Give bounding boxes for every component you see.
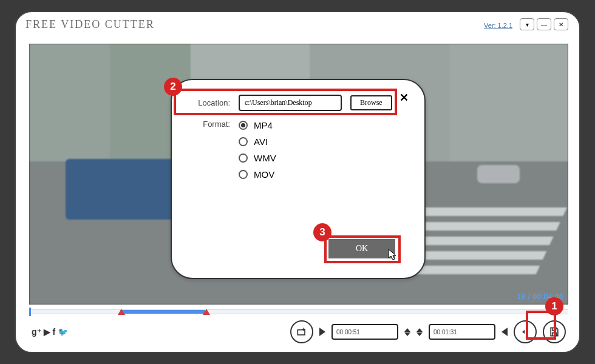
play-forward-icon[interactable] — [319, 328, 325, 336]
end-time-input[interactable]: 00:01:31 — [429, 324, 495, 340]
add-clip-icon — [296, 326, 308, 338]
save-icon — [548, 326, 560, 338]
app-window: FREE VIDEO CUTTER Ver: 1.2.1 ▾ — ✕ 18 / … — [15, 11, 580, 353]
twitter-icon[interactable]: 🐦 — [58, 327, 68, 337]
start-time-stepper[interactable] — [404, 328, 410, 336]
format-option-avi[interactable]: AVI — [239, 136, 406, 147]
format-option-mov[interactable]: MOV — [239, 169, 406, 180]
callout-badge-3: 3 — [313, 223, 332, 241]
add-video-button[interactable] — [290, 320, 313, 343]
start-time-input[interactable]: 00:00:51 — [332, 324, 398, 340]
end-time-stepper[interactable] — [416, 328, 423, 336]
browse-button[interactable]: Browse — [350, 95, 392, 110]
selected-range[interactable] — [120, 310, 205, 314]
callout-badge-2: 2 — [164, 78, 182, 96]
callout-badge-1: 1 — [545, 297, 563, 315]
version-link[interactable]: Ver: 1.2.1 — [484, 22, 512, 29]
playhead[interactable] — [29, 308, 31, 316]
titlebar: FREE VIDEO CUTTER Ver: 1.2.1 ▾ — ✕ — [16, 12, 579, 40]
range-start-marker[interactable] — [118, 309, 125, 315]
cut-bracket-icon — [519, 326, 531, 338]
save-dialog: ✕ Location: c:\Users\brian\Desktop Brows… — [171, 79, 426, 279]
format-option-wmv[interactable]: WMV — [239, 153, 406, 163]
play-backward-icon[interactable] — [501, 328, 508, 336]
format-label: Format: — [190, 120, 230, 129]
location-input[interactable]: c:\Users\brian\Desktop — [239, 95, 342, 111]
googleplus-icon[interactable]: g⁺ — [32, 327, 41, 337]
close-button[interactable]: ✕ — [554, 18, 568, 30]
timeline-slider[interactable] — [29, 309, 568, 314]
save-button[interactable] — [543, 320, 566, 343]
location-row: Location: c:\Users\brian\Desktop Browse — [190, 95, 406, 111]
dropdown-button[interactable]: ▾ — [520, 18, 534, 30]
youtube-icon[interactable]: ▶ — [44, 327, 50, 337]
facebook-icon[interactable]: f — [53, 327, 56, 337]
cut-button[interactable] — [514, 320, 537, 343]
minimize-button[interactable]: — — [537, 18, 551, 30]
window-controls: ▾ — ✕ — [520, 18, 568, 30]
cursor-icon — [388, 249, 398, 261]
dialog-close-button[interactable]: ✕ — [399, 91, 409, 104]
format-options: MP4 AVI WMV MOV — [239, 120, 406, 180]
format-option-mp4[interactable]: MP4 — [239, 120, 406, 130]
social-links: g⁺ ▶ f 🐦 — [29, 327, 68, 337]
location-label: Location: — [190, 98, 230, 107]
ok-button[interactable]: OK — [328, 239, 395, 258]
range-end-marker[interactable] — [203, 309, 210, 315]
bottom-toolbar: g⁺ ▶ f 🐦 00:00:51 00:01:31 — [29, 317, 566, 347]
